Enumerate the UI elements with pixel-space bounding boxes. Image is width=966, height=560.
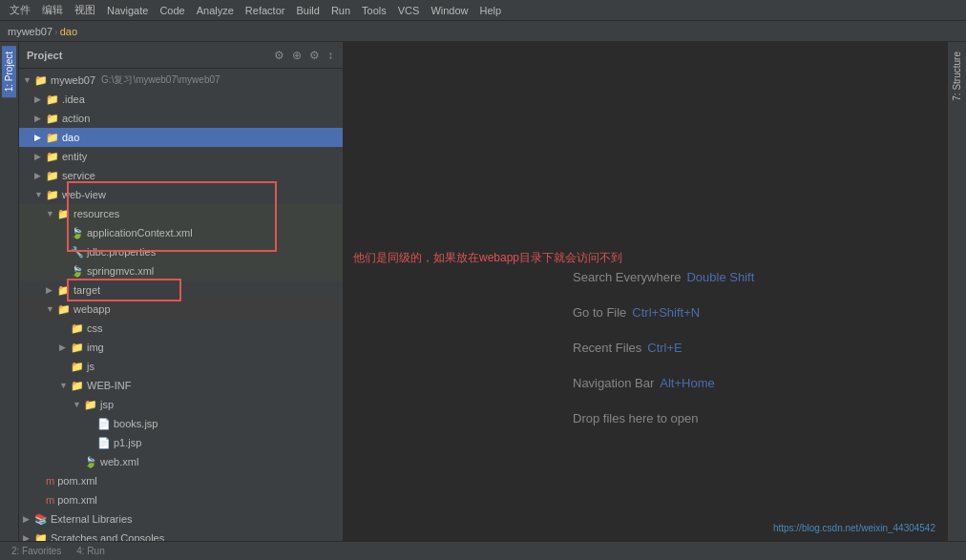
folder-icon-jsp-folder: 📁 (84, 399, 97, 411)
menu-run[interactable]: Run (326, 0, 356, 20)
path-myweb07: G:\复习\myweb07\myweb07 (101, 73, 220, 87)
tree-item-scratches[interactable]: ▶ 📁 Scratches and Consoles (19, 529, 343, 541)
menu-file[interactable]: 文件 (4, 0, 36, 20)
breadcrumb-myweb07[interactable]: myweb07 (8, 26, 52, 37)
arrow-scratches: ▶ (23, 533, 34, 541)
breadcrumb-dao[interactable]: dao (60, 26, 77, 37)
bottom-link[interactable]: https://blog.csdn.net/weixin_44304542 (773, 523, 935, 533)
panel-header: Project ⚙ ⊕ ⚙ ↕ (19, 42, 343, 69)
folder-icon-webinf: 📁 (71, 380, 84, 392)
hint-row-goto: Go to File Ctrl+Shift+N (573, 305, 700, 320)
folder-icon-js: 📁 (71, 361, 84, 373)
label-entity: entity (62, 151, 87, 162)
bottom-tab-run[interactable]: 4: Run (69, 544, 112, 558)
xml-icon-springmvc: 🍃 (71, 265, 84, 278)
hint-row-recent: Recent Files Ctrl+E (573, 341, 682, 355)
tree-item-service[interactable]: ▶ 📁 service (19, 166, 343, 185)
menu-tools[interactable]: Tools (356, 0, 392, 20)
arrow-resources: ▼ (46, 209, 57, 218)
tree-item-p1-jsp[interactable]: 📄 p1.jsp (19, 433, 343, 452)
tree-item-books-jsp[interactable]: 📄 books.jsp (19, 414, 343, 433)
project-panel: Project ⚙ ⊕ ⚙ ↕ ▼ 📁 myweb07 G:\复习\myweb0… (19, 42, 344, 541)
pom-icon-2: m (46, 494, 54, 506)
tree-item-pom1[interactable]: m pom.xml (19, 471, 343, 490)
label-pom2: pom.xml (57, 494, 97, 506)
menu-vcs[interactable]: VCS (392, 0, 426, 20)
arrow-jsp-folder: ▼ (73, 400, 84, 409)
panel-sort-icon[interactable]: ↕ (326, 48, 335, 63)
menu-window[interactable]: Window (425, 0, 473, 20)
tree-item-idea[interactable]: ▶ 📁 .idea (19, 90, 343, 109)
tree-item-springmvc[interactable]: 🍃 springmvc.xml (19, 261, 343, 280)
label-springmvc: springmvc.xml (87, 265, 154, 277)
hint-row-navbar: Navigation Bar Alt+Home (573, 376, 715, 390)
label-img: img (87, 342, 104, 353)
tree-item-jdbc[interactable]: 🔧 jdbc.properties (19, 242, 343, 261)
folder-icon-img: 📁 (71, 342, 84, 354)
tree-item-action[interactable]: ▶ 📁 action (19, 109, 343, 128)
label-web-view: web-view (62, 189, 106, 200)
panel-icons: ⚙ ⊕ ⚙ ↕ (272, 48, 335, 63)
menu-analyze[interactable]: Analyze (191, 0, 240, 20)
folder-icon-entity: 📁 (46, 151, 59, 163)
hint-shortcut-search: Double Shift (686, 270, 754, 284)
bottom-tabs: 2: Favorites 4: Run (0, 541, 966, 560)
tree-item-web-view[interactable]: ▼ 📁 web-view (19, 185, 343, 204)
structure-tab[interactable]: 7: Structure (950, 46, 964, 107)
folder-icon-idea: 📁 (46, 93, 59, 106)
tree-item-myweb07[interactable]: ▼ 📁 myweb07 G:\复习\myweb07\myweb07 (19, 71, 343, 90)
tree-item-js[interactable]: 📁 js (19, 357, 343, 376)
hint-shortcut-recent: Ctrl+E (647, 341, 682, 355)
menu-help[interactable]: Help (474, 0, 508, 20)
menu-edit[interactable]: 编辑 (36, 0, 69, 20)
label-action: action (62, 113, 90, 124)
tree-item-extlibs[interactable]: ▶ 📚 External Libraries (19, 509, 343, 529)
annotation-text: 他们是同级的，如果放在webapp目录下就会访问不到 (353, 250, 622, 266)
label-pom1: pom.xml (57, 475, 97, 487)
tree-item-img[interactable]: ▶ 📁 img (19, 338, 343, 357)
tree-item-css[interactable]: 📁 css (19, 319, 343, 338)
label-target: target (74, 284, 100, 296)
menu-view[interactable]: 视图 (69, 0, 101, 20)
menu-code[interactable]: Code (154, 0, 190, 20)
bottom-tab-favorites[interactable]: 2: Favorites (4, 544, 69, 558)
menu-build[interactable]: Build (290, 0, 325, 20)
folder-icon-scratches: 📁 (34, 532, 48, 542)
folder-icon-target: 📁 (57, 284, 71, 297)
panel-sync-icon[interactable]: ⚙ (272, 48, 286, 63)
label-dao: dao (62, 132, 79, 143)
folder-icon-css: 📁 (71, 322, 84, 335)
left-side-tabs: 1: Project (0, 42, 19, 541)
tree-item-jsp-folder[interactable]: ▼ 📁 jsp (19, 395, 343, 414)
project-tab[interactable]: 1: Project (2, 46, 16, 97)
tree-item-webinf[interactable]: ▼ 📁 WEB-INF (19, 376, 343, 395)
hint-label-drop: Drop files here to open (573, 411, 699, 425)
xml-icon-webxml: 🍃 (84, 456, 97, 468)
label-scratches: Scratches and Consoles (51, 532, 164, 541)
tree-item-webxml[interactable]: 🍃 web.xml (19, 452, 343, 471)
project-tree: ▼ 📁 myweb07 G:\复习\myweb07\myweb07 ▶ 📁 .i… (19, 69, 343, 541)
tree-item-target[interactable]: ▶ 📁 target (19, 280, 343, 300)
menu-refactor[interactable]: Refactor (240, 0, 291, 20)
folder-icon-web-view: 📁 (46, 189, 59, 201)
arrow-myweb07: ▼ (23, 75, 34, 85)
tree-item-applicationContext[interactable]: 🍃 applicationContext.xml (19, 223, 343, 242)
panel-settings-icon[interactable]: ⚙ (307, 48, 322, 63)
label-books-jsp: books.jsp (114, 418, 158, 429)
tree-item-webapp[interactable]: ▼ 📁 webapp (19, 300, 343, 319)
tree-item-pom2[interactable]: m pom.xml (19, 490, 343, 509)
arrow-dao: ▶ (34, 133, 46, 142)
prop-icon-jdbc: 🔧 (71, 246, 84, 259)
arrow-entity: ▶ (34, 152, 46, 161)
tree-wrapper: ▼ 📁 myweb07 G:\复习\myweb07\myweb07 ▶ 📁 .i… (19, 69, 343, 541)
menu-navigate[interactable]: Navigate (101, 0, 154, 20)
label-jsp-folder: jsp (100, 399, 114, 410)
hint-label-recent: Recent Files (573, 341, 641, 355)
menu-bar: 文件 编辑 视图 Navigate Code Analyze Refactor … (0, 0, 966, 21)
tree-item-dao[interactable]: ▶ 📁 dao (19, 128, 343, 147)
tree-item-resources[interactable]: ▼ 📁 resources (19, 204, 343, 223)
label-jdbc: jdbc.properties (87, 246, 156, 258)
label-p1-jsp: p1.jsp (114, 437, 141, 448)
panel-add-icon[interactable]: ⊕ (290, 48, 304, 63)
tree-item-entity[interactable]: ▶ 📁 entity (19, 147, 343, 166)
